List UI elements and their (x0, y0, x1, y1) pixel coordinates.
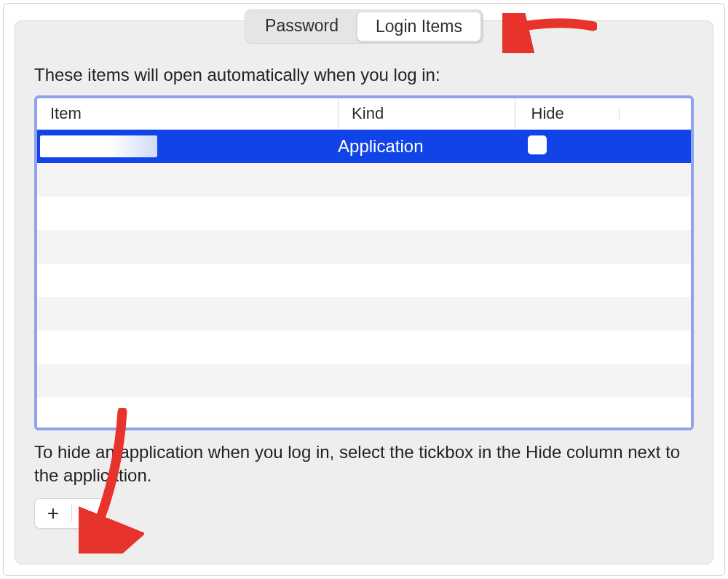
column-header-kind[interactable]: Kind (338, 98, 514, 129)
plus-icon: + (47, 502, 59, 525)
table-row-empty (37, 364, 691, 398)
tab-bar: Password Login Items (245, 9, 483, 44)
table-header: Item Kind Hide (37, 98, 691, 130)
remove-button[interactable]: − (72, 499, 108, 528)
table-body: Application (37, 130, 691, 430)
table-row-empty (37, 398, 691, 430)
column-header-item[interactable]: Item (37, 98, 338, 129)
table-row-empty (37, 230, 691, 264)
hide-checkbox[interactable] (528, 135, 547, 154)
table-row-empty (37, 163, 691, 197)
add-button[interactable]: + (35, 499, 71, 528)
column-header-blank (619, 108, 691, 119)
add-remove-group: + − (34, 498, 109, 529)
login-items-table: Item Kind Hide Application (34, 95, 694, 430)
cell-hide (515, 135, 620, 157)
minus-icon: − (84, 502, 96, 525)
cell-item (37, 130, 338, 163)
tab-login-items[interactable]: Login Items (357, 12, 481, 42)
heading-text: These items will open automatically when… (34, 65, 694, 85)
table-row-empty (37, 264, 691, 297)
table-row[interactable]: Application (37, 130, 691, 163)
tab-password[interactable]: Password (247, 12, 357, 42)
column-header-hide[interactable]: Hide (515, 98, 620, 129)
panel-content: These items will open automatically when… (15, 21, 713, 543)
table-row-empty (37, 297, 691, 331)
cell-kind: Application (338, 136, 514, 157)
login-items-panel: Password Login Items These items will op… (15, 20, 713, 564)
table-row-empty (37, 197, 691, 230)
footer-hint: To hide an application when you log in, … (34, 441, 694, 488)
item-name-redacted (40, 135, 157, 157)
table-row-empty (37, 331, 691, 364)
